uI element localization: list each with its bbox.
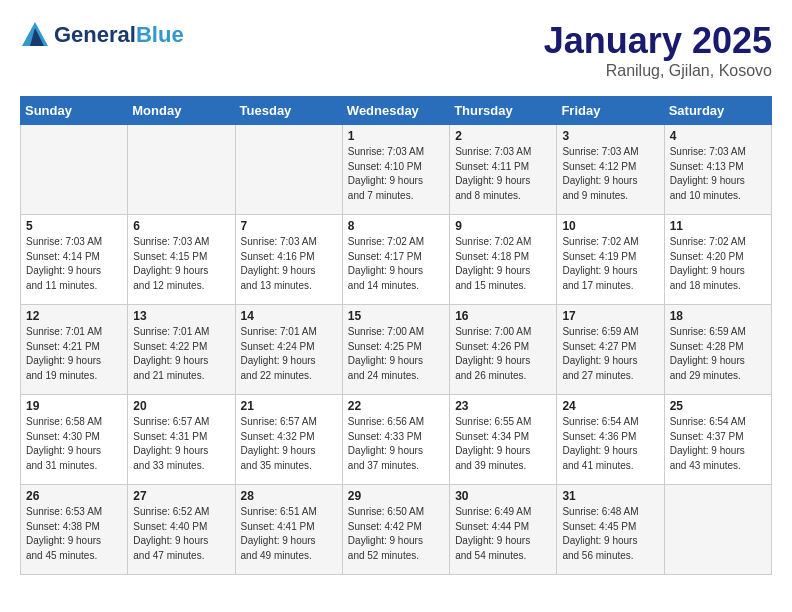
calendar-cell: 27Sunrise: 6:52 AM Sunset: 4:40 PM Dayli… xyxy=(128,485,235,575)
day-detail: Sunrise: 7:00 AM Sunset: 4:25 PM Dayligh… xyxy=(348,325,444,383)
calendar-cell: 28Sunrise: 6:51 AM Sunset: 4:41 PM Dayli… xyxy=(235,485,342,575)
day-number: 13 xyxy=(133,309,229,323)
day-detail: Sunrise: 6:48 AM Sunset: 4:45 PM Dayligh… xyxy=(562,505,658,563)
day-number: 6 xyxy=(133,219,229,233)
calendar-cell: 9Sunrise: 7:02 AM Sunset: 4:18 PM Daylig… xyxy=(450,215,557,305)
day-number: 17 xyxy=(562,309,658,323)
calendar-cell: 20Sunrise: 6:57 AM Sunset: 4:31 PM Dayli… xyxy=(128,395,235,485)
calendar-cell: 5Sunrise: 7:03 AM Sunset: 4:14 PM Daylig… xyxy=(21,215,128,305)
day-detail: Sunrise: 7:01 AM Sunset: 4:24 PM Dayligh… xyxy=(241,325,337,383)
day-number: 23 xyxy=(455,399,551,413)
logo: GeneralBlue xyxy=(20,20,184,50)
calendar-cell: 31Sunrise: 6:48 AM Sunset: 4:45 PM Dayli… xyxy=(557,485,664,575)
calendar-cell: 2Sunrise: 7:03 AM Sunset: 4:11 PM Daylig… xyxy=(450,125,557,215)
calendar-cell: 1Sunrise: 7:03 AM Sunset: 4:10 PM Daylig… xyxy=(342,125,449,215)
day-detail: Sunrise: 6:51 AM Sunset: 4:41 PM Dayligh… xyxy=(241,505,337,563)
calendar-cell: 24Sunrise: 6:54 AM Sunset: 4:36 PM Dayli… xyxy=(557,395,664,485)
calendar-cell: 21Sunrise: 6:57 AM Sunset: 4:32 PM Dayli… xyxy=(235,395,342,485)
day-detail: Sunrise: 7:02 AM Sunset: 4:20 PM Dayligh… xyxy=(670,235,766,293)
day-detail: Sunrise: 7:00 AM Sunset: 4:26 PM Dayligh… xyxy=(455,325,551,383)
calendar-week-row: 19Sunrise: 6:58 AM Sunset: 4:30 PM Dayli… xyxy=(21,395,772,485)
calendar-week-row: 12Sunrise: 7:01 AM Sunset: 4:21 PM Dayli… xyxy=(21,305,772,395)
calendar-cell xyxy=(235,125,342,215)
calendar-cell: 6Sunrise: 7:03 AM Sunset: 4:15 PM Daylig… xyxy=(128,215,235,305)
day-number: 20 xyxy=(133,399,229,413)
calendar-cell: 23Sunrise: 6:55 AM Sunset: 4:34 PM Dayli… xyxy=(450,395,557,485)
calendar-cell: 14Sunrise: 7:01 AM Sunset: 4:24 PM Dayli… xyxy=(235,305,342,395)
day-detail: Sunrise: 6:55 AM Sunset: 4:34 PM Dayligh… xyxy=(455,415,551,473)
calendar-table: SundayMondayTuesdayWednesdayThursdayFrid… xyxy=(20,96,772,575)
day-detail: Sunrise: 6:50 AM Sunset: 4:42 PM Dayligh… xyxy=(348,505,444,563)
day-detail: Sunrise: 6:56 AM Sunset: 4:33 PM Dayligh… xyxy=(348,415,444,473)
day-number: 29 xyxy=(348,489,444,503)
day-detail: Sunrise: 6:52 AM Sunset: 4:40 PM Dayligh… xyxy=(133,505,229,563)
day-number: 3 xyxy=(562,129,658,143)
calendar-cell xyxy=(664,485,771,575)
day-number: 31 xyxy=(562,489,658,503)
calendar-header-row: SundayMondayTuesdayWednesdayThursdayFrid… xyxy=(21,97,772,125)
day-number: 8 xyxy=(348,219,444,233)
day-number: 28 xyxy=(241,489,337,503)
calendar-cell: 7Sunrise: 7:03 AM Sunset: 4:16 PM Daylig… xyxy=(235,215,342,305)
calendar-week-row: 26Sunrise: 6:53 AM Sunset: 4:38 PM Dayli… xyxy=(21,485,772,575)
calendar-cell: 12Sunrise: 7:01 AM Sunset: 4:21 PM Dayli… xyxy=(21,305,128,395)
day-number: 26 xyxy=(26,489,122,503)
day-number: 14 xyxy=(241,309,337,323)
day-header-sunday: Sunday xyxy=(21,97,128,125)
day-detail: Sunrise: 6:59 AM Sunset: 4:28 PM Dayligh… xyxy=(670,325,766,383)
calendar-cell: 30Sunrise: 6:49 AM Sunset: 4:44 PM Dayli… xyxy=(450,485,557,575)
calendar-cell: 17Sunrise: 6:59 AM Sunset: 4:27 PM Dayli… xyxy=(557,305,664,395)
day-detail: Sunrise: 7:03 AM Sunset: 4:14 PM Dayligh… xyxy=(26,235,122,293)
day-number: 7 xyxy=(241,219,337,233)
calendar-cell: 18Sunrise: 6:59 AM Sunset: 4:28 PM Dayli… xyxy=(664,305,771,395)
logo-icon xyxy=(20,20,50,50)
page-header: GeneralBlue January 2025 Ranilug, Gjilan… xyxy=(20,20,772,80)
calendar-cell: 15Sunrise: 7:00 AM Sunset: 4:25 PM Dayli… xyxy=(342,305,449,395)
day-number: 22 xyxy=(348,399,444,413)
day-number: 15 xyxy=(348,309,444,323)
day-detail: Sunrise: 6:58 AM Sunset: 4:30 PM Dayligh… xyxy=(26,415,122,473)
day-number: 11 xyxy=(670,219,766,233)
day-number: 25 xyxy=(670,399,766,413)
day-detail: Sunrise: 7:02 AM Sunset: 4:19 PM Dayligh… xyxy=(562,235,658,293)
day-number: 24 xyxy=(562,399,658,413)
day-number: 2 xyxy=(455,129,551,143)
day-detail: Sunrise: 7:02 AM Sunset: 4:18 PM Dayligh… xyxy=(455,235,551,293)
calendar-cell: 16Sunrise: 7:00 AM Sunset: 4:26 PM Dayli… xyxy=(450,305,557,395)
day-header-wednesday: Wednesday xyxy=(342,97,449,125)
calendar-cell: 19Sunrise: 6:58 AM Sunset: 4:30 PM Dayli… xyxy=(21,395,128,485)
day-detail: Sunrise: 7:02 AM Sunset: 4:17 PM Dayligh… xyxy=(348,235,444,293)
calendar-cell: 8Sunrise: 7:02 AM Sunset: 4:17 PM Daylig… xyxy=(342,215,449,305)
day-number: 30 xyxy=(455,489,551,503)
logo-general: General xyxy=(54,22,136,47)
calendar-cell: 25Sunrise: 6:54 AM Sunset: 4:37 PM Dayli… xyxy=(664,395,771,485)
calendar-cell: 29Sunrise: 6:50 AM Sunset: 4:42 PM Dayli… xyxy=(342,485,449,575)
calendar-title: January 2025 xyxy=(544,20,772,62)
calendar-subtitle: Ranilug, Gjilan, Kosovo xyxy=(544,62,772,80)
day-number: 21 xyxy=(241,399,337,413)
day-header-monday: Monday xyxy=(128,97,235,125)
day-number: 27 xyxy=(133,489,229,503)
day-number: 10 xyxy=(562,219,658,233)
calendar-cell: 4Sunrise: 7:03 AM Sunset: 4:13 PM Daylig… xyxy=(664,125,771,215)
day-detail: Sunrise: 6:49 AM Sunset: 4:44 PM Dayligh… xyxy=(455,505,551,563)
day-header-friday: Friday xyxy=(557,97,664,125)
day-detail: Sunrise: 6:59 AM Sunset: 4:27 PM Dayligh… xyxy=(562,325,658,383)
calendar-cell: 10Sunrise: 7:02 AM Sunset: 4:19 PM Dayli… xyxy=(557,215,664,305)
calendar-cell: 22Sunrise: 6:56 AM Sunset: 4:33 PM Dayli… xyxy=(342,395,449,485)
calendar-week-row: 5Sunrise: 7:03 AM Sunset: 4:14 PM Daylig… xyxy=(21,215,772,305)
calendar-cell xyxy=(128,125,235,215)
calendar-cell: 26Sunrise: 6:53 AM Sunset: 4:38 PM Dayli… xyxy=(21,485,128,575)
day-detail: Sunrise: 7:03 AM Sunset: 4:12 PM Dayligh… xyxy=(562,145,658,203)
day-detail: Sunrise: 7:03 AM Sunset: 4:11 PM Dayligh… xyxy=(455,145,551,203)
logo-blue: Blue xyxy=(136,22,184,47)
calendar-cell: 3Sunrise: 7:03 AM Sunset: 4:12 PM Daylig… xyxy=(557,125,664,215)
title-block: January 2025 Ranilug, Gjilan, Kosovo xyxy=(544,20,772,80)
day-header-saturday: Saturday xyxy=(664,97,771,125)
day-number: 12 xyxy=(26,309,122,323)
day-header-thursday: Thursday xyxy=(450,97,557,125)
day-detail: Sunrise: 7:03 AM Sunset: 4:10 PM Dayligh… xyxy=(348,145,444,203)
day-number: 19 xyxy=(26,399,122,413)
day-header-tuesday: Tuesday xyxy=(235,97,342,125)
day-number: 16 xyxy=(455,309,551,323)
